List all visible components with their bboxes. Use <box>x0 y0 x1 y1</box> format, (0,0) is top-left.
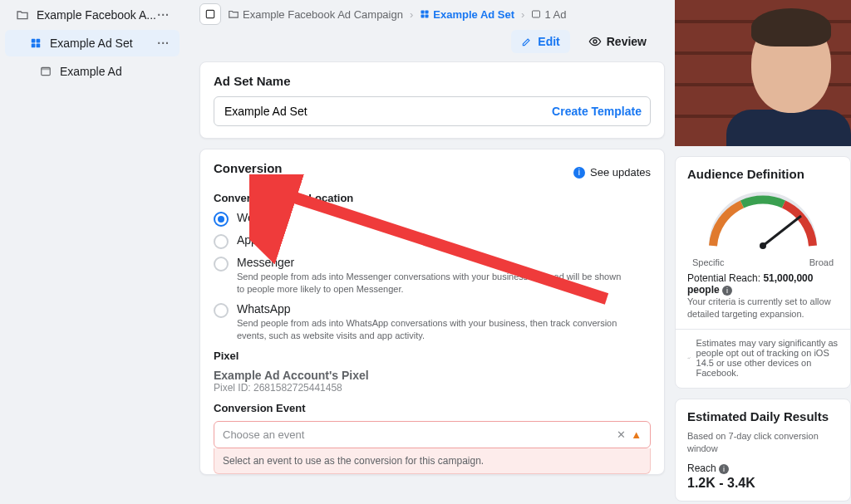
radio-option-website[interactable]: Website <box>214 211 651 227</box>
breadcrumb-campaign[interactable]: Example Facebook Ad Campaign <box>228 8 403 21</box>
potential-reach-label: Potential Reach: <box>687 272 760 284</box>
breadcrumb-label: Example Ad Set <box>433 8 514 21</box>
campaign-tree-sidebar: Example Facebook A... ··· Example Ad Set… <box>0 0 184 86</box>
tab-edit[interactable]: Edit <box>511 30 569 53</box>
trend-icon <box>687 352 691 364</box>
svg-rect-10 <box>426 15 429 18</box>
audience-disclaimer: Estimates may vary significantly as peop… <box>696 338 839 378</box>
conversion-event-error: Select an event to use as the conversion… <box>214 448 651 474</box>
ad-icon <box>531 9 541 19</box>
svg-line-13 <box>763 216 801 246</box>
conversion-card: Conversion i See updates Conversion Even… <box>199 149 665 475</box>
radio-label: WhatsApp <box>237 302 627 316</box>
svg-rect-3 <box>37 44 41 48</box>
breadcrumb-label: 1 Ad <box>544 8 566 21</box>
info-icon[interactable]: i <box>722 286 732 296</box>
radio-label: Messenger <box>237 256 627 269</box>
conversion-heading: Conversion <box>214 161 283 175</box>
edit-review-tabs: Edit Review <box>199 30 665 61</box>
sidebar-item-label: Example Ad <box>60 65 122 78</box>
info-icon: i <box>573 167 585 179</box>
svg-point-14 <box>760 242 766 249</box>
more-icon[interactable]: ··· <box>157 8 170 22</box>
pencil-icon <box>521 36 533 47</box>
tab-label: Review <box>607 35 647 48</box>
audience-heading: Audience Definition <box>687 167 839 181</box>
radio-icon <box>214 257 229 272</box>
svg-rect-8 <box>426 11 429 14</box>
estimated-heading: Estimated Daily Results <box>687 409 839 423</box>
see-updates-label: See updates <box>590 166 651 179</box>
breadcrumb-label: Example Facebook Ad Campaign <box>243 8 403 21</box>
svg-rect-0 <box>32 39 36 43</box>
radio-label: App <box>237 233 258 247</box>
radio-label: Website <box>237 211 278 224</box>
audience-gauge <box>696 188 829 254</box>
chevron-right-icon: › <box>521 8 524 21</box>
adset-name-heading: Ad Set Name <box>214 74 651 88</box>
pixel-heading: Pixel <box>214 350 651 362</box>
right-column: Audience Definition Specific Broad Poten… <box>675 0 851 502</box>
chevron-right-icon: › <box>410 8 413 21</box>
estimated-subtitle: Based on 7-day click conversion window <box>687 430 839 455</box>
warning-icon: ▲ <box>631 428 642 441</box>
conversion-event-heading: Conversion Event <box>214 402 651 414</box>
eye-icon <box>588 35 602 48</box>
pixel-id: Pixel ID: 2681582725441458 <box>214 382 651 394</box>
folder-icon <box>228 8 239 20</box>
audience-definition-panel: Audience Definition Specific Broad Poten… <box>675 156 851 389</box>
reach-label: Reach <box>687 462 716 474</box>
adset-name-row: Create Template <box>214 96 651 126</box>
svg-rect-5 <box>42 67 51 70</box>
conversion-location-heading: Conversion Event Location <box>214 192 651 204</box>
ad-icon <box>38 66 53 77</box>
svg-rect-7 <box>421 11 425 14</box>
radio-icon <box>214 234 229 249</box>
radio-option-messenger[interactable]: Messenger Send people from ads into Mess… <box>214 256 651 296</box>
tab-label: Edit <box>538 35 559 48</box>
pixel-name: Example Ad Account's Pixel <box>214 369 651 382</box>
radio-option-whatsapp[interactable]: WhatsApp Send people from ads into Whats… <box>214 302 651 342</box>
svg-rect-2 <box>32 44 36 48</box>
gauge-label-broad: Broad <box>809 257 834 267</box>
sidebar-item-label: Example Ad Set <box>50 37 133 50</box>
see-updates-link[interactable]: i See updates <box>573 166 651 179</box>
audience-criteria-note: Your criteria is currently set to allow … <box>687 296 839 321</box>
sidebar-item-label: Example Facebook A... <box>37 8 156 22</box>
info-icon[interactable]: i <box>719 464 729 474</box>
create-template-link[interactable]: Create Template <box>552 105 642 118</box>
conversion-event-select[interactable]: Choose an event ✕ ▲ <box>214 421 651 448</box>
sidebar-item-campaign[interactable]: Example Facebook A... ··· <box>5 2 180 28</box>
svg-rect-9 <box>421 15 425 18</box>
svg-rect-11 <box>533 11 540 17</box>
adset-grid-icon <box>28 37 43 49</box>
select-placeholder: Choose an event <box>223 428 304 441</box>
back-button[interactable] <box>199 3 221 25</box>
radio-icon <box>214 303 229 318</box>
radio-description: Send people from ads into WhatsApp conve… <box>237 317 627 342</box>
radio-description: Send people from ads into Messenger conv… <box>237 271 627 296</box>
main-column: Example Facebook Ad Campaign › Example A… <box>199 0 665 485</box>
close-icon[interactable]: ✕ <box>617 428 626 441</box>
adset-name-card: Ad Set Name Create Template <box>199 61 665 139</box>
tab-review[interactable]: Review <box>578 30 657 53</box>
adset-grid-icon <box>420 9 430 19</box>
svg-point-12 <box>593 40 597 43</box>
reach-value: 1.2K - 3.4K <box>687 476 839 491</box>
folder-icon <box>15 8 30 22</box>
svg-rect-6 <box>206 10 214 17</box>
gauge-label-specific: Specific <box>692 257 725 267</box>
presenter-video-overlay <box>675 0 851 146</box>
more-icon[interactable]: ··· <box>157 37 170 50</box>
radio-icon <box>214 212 229 227</box>
radio-option-app[interactable]: App <box>214 233 651 249</box>
svg-rect-1 <box>37 39 41 43</box>
breadcrumb-adset[interactable]: Example Ad Set <box>420 8 514 21</box>
adset-name-input[interactable] <box>223 104 552 119</box>
breadcrumb: Example Facebook Ad Campaign › Example A… <box>199 0 665 30</box>
sidebar-item-ad[interactable]: Example Ad <box>5 58 180 85</box>
estimated-results-panel: Estimated Daily Results Based on 7-day c… <box>675 399 851 502</box>
sidebar-item-adset[interactable]: Example Ad Set ··· <box>5 30 180 56</box>
breadcrumb-ad[interactable]: 1 Ad <box>531 8 566 21</box>
